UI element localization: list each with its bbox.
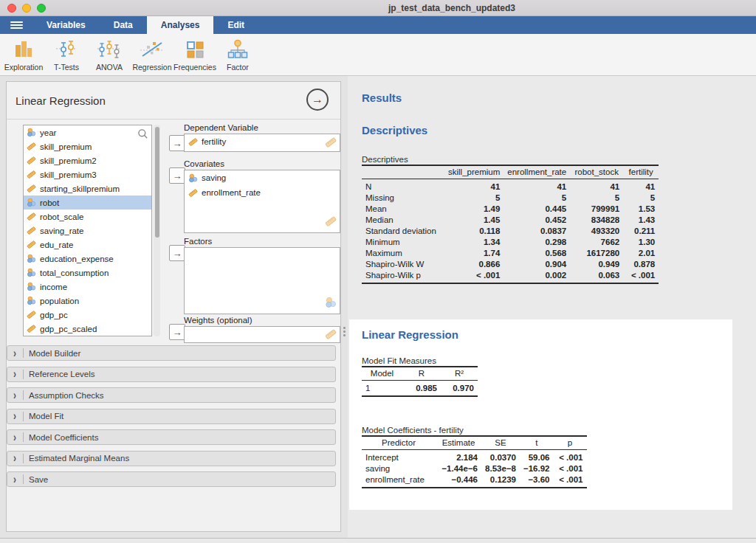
variable-item[interactable]: education_expense [24, 252, 151, 266]
assigned-variable-item[interactable]: enrollment_rate [185, 185, 340, 200]
variable-item[interactable]: income [24, 280, 151, 294]
title-bar: jp_test_data_bench_updated3 [0, 0, 756, 16]
section-model-builder[interactable]: ›Model Builder [7, 345, 336, 361]
variable-list[interactable]: year skill_premium skill_premium2 skill_… [23, 125, 152, 336]
tab-edit[interactable]: Edit [213, 16, 258, 34]
analysis-title: Linear Regression [16, 94, 106, 107]
ribbon-regression-button[interactable]: Regression [131, 34, 173, 75]
continuous-variable-icon [188, 137, 198, 147]
cell-value: 5 [504, 193, 570, 204]
move-to-factors-button[interactable]: → [169, 245, 185, 261]
section-reference-levels[interactable]: ›Reference Levels [7, 367, 336, 382]
covariates-box[interactable]: saving enrollment_rate [184, 170, 340, 233]
variable-item[interactable]: robot [24, 196, 151, 210]
row-label: Missing [362, 193, 444, 204]
variable-list-scrollbar[interactable] [154, 125, 160, 336]
variable-item[interactable]: year [24, 125, 151, 139]
cell-value: 0.949 [570, 259, 623, 270]
section-assumption-checks[interactable]: ›Assumption Checks [7, 387, 336, 403]
linear-regression-options-panel: Linear Regression → year skill_premium [6, 81, 341, 532]
cell-value: 5 [444, 193, 504, 204]
continuous-variable-icon [325, 328, 337, 340]
assigned-variable-item[interactable]: fertility [185, 134, 340, 149]
row-label: N [362, 179, 444, 193]
descriptives-heading[interactable]: Descriptives [362, 124, 427, 136]
tab-bar: Variables Data Analyses Edit [0, 16, 756, 34]
section-label: Save [29, 475, 48, 484]
cell-value: < .001 [554, 450, 587, 463]
cell-value: −16.92 [520, 463, 554, 474]
variable-item[interactable]: skill_premium2 [24, 153, 151, 167]
cell-value: 0.0837 [504, 226, 570, 237]
circle-arrow-right-icon[interactable]: → [306, 89, 329, 111]
close-window-button[interactable] [7, 4, 16, 13]
zoom-window-button[interactable] [37, 4, 46, 13]
variable-item[interactable]: population [24, 294, 151, 308]
ribbon-exploration-button[interactable]: Exploration [2, 34, 45, 75]
linear-regression-heading[interactable]: Linear Regression [362, 328, 458, 341]
cell-value: −3.60 [520, 474, 554, 488]
cell-value: 0.452 [504, 215, 570, 226]
linear-regression-results-card[interactable]: Linear Regression Model Fit Measures Mod… [349, 319, 732, 510]
cell-value: 1.74 [444, 248, 504, 259]
table-row: Standard deviation0.1180.08374933200.211 [362, 226, 659, 237]
variable-item[interactable]: skill_premium3 [24, 167, 151, 181]
variable-label: skill_premium3 [40, 170, 97, 179]
cell-value: 0.445 [504, 204, 570, 215]
variable-label: gdp_pc [40, 311, 68, 319]
move-to-dependent-button[interactable]: → [169, 135, 185, 151]
variable-item[interactable]: starting_skillpremium [24, 181, 151, 196]
main-area: Linear Regression → year skill_premium [0, 76, 756, 543]
weights-box[interactable] [184, 326, 340, 343]
variable-label: starting_skillpremium [40, 184, 120, 193]
row-label: Maximum [362, 248, 444, 259]
move-to-covariates-button[interactable]: → [169, 167, 185, 184]
variable-item[interactable]: saving_rate [24, 224, 151, 238]
section-estimated-marginal-means[interactable]: ›Estimated Marginal Means [7, 451, 336, 466]
magnifier-icon[interactable] [137, 128, 148, 139]
cell-value: 834828 [570, 215, 623, 226]
tab-variables[interactable]: Variables [32, 16, 100, 34]
scrollbar-thumb[interactable] [155, 127, 159, 238]
ribbon-factor-button[interactable]: Factor [216, 34, 259, 75]
variable-item[interactable]: gdp_pc [24, 308, 151, 322]
cell-value: < .001 [554, 474, 587, 488]
variable-item[interactable]: total_consumption [24, 266, 151, 280]
column-header: Estimate [436, 436, 481, 450]
ribbon-frequencies-button[interactable]: Frequencies [173, 34, 216, 75]
cell-value: 0.904 [504, 259, 570, 270]
variable-label: income [40, 283, 67, 291]
tab-data[interactable]: Data [100, 16, 147, 34]
section-model-coefficients[interactable]: ›Model Coefficients [7, 429, 336, 445]
cell-value: 0.211 [623, 226, 659, 237]
section-save[interactable]: ›Save [7, 471, 336, 487]
hamburger-icon[interactable] [0, 16, 32, 34]
minimize-window-button[interactable] [22, 4, 31, 13]
ribbon-ttests-button[interactable]: T-Tests [45, 34, 88, 75]
variable-item[interactable]: skill_premium [24, 139, 151, 153]
section-model-fit[interactable]: ›Model Fit [7, 409, 336, 424]
tab-analyses[interactable]: Analyses [147, 16, 214, 34]
ribbon-anova-button[interactable]: ANOVA [88, 34, 131, 75]
variable-item[interactable]: gdp_pc_scaled [24, 322, 151, 336]
chevron-right-icon: › [13, 367, 16, 381]
dependent-variable-box[interactable]: fertility [184, 134, 340, 152]
variable-item[interactable]: edu_rate [24, 238, 151, 252]
table-row: Intercept2.1840.037059.06< .001 [362, 450, 587, 463]
assigned-variable-item[interactable]: saving [185, 170, 340, 185]
chevron-right-icon: › [13, 430, 16, 443]
cell-value: 0.002 [504, 270, 570, 284]
panel-splitter[interactable] [341, 76, 348, 538]
table-row: enrollment_rate−0.4460.1239−3.60< .001 [362, 474, 587, 488]
frequencies-grid-icon [185, 38, 205, 61]
weights-label: Weights (optional) [184, 316, 252, 325]
cell-value: 7662 [570, 237, 623, 248]
table-row: Mean1.490.4457999911.53 [362, 204, 659, 215]
table-row: N41414141 [362, 179, 659, 193]
anova-icon [97, 38, 121, 61]
cell-value: 799991 [570, 204, 623, 215]
move-to-weights-button[interactable]: → [169, 324, 185, 340]
factors-box[interactable] [184, 247, 340, 314]
cell-value: 0.118 [444, 226, 504, 237]
variable-item[interactable]: robot_scale [24, 210, 151, 224]
